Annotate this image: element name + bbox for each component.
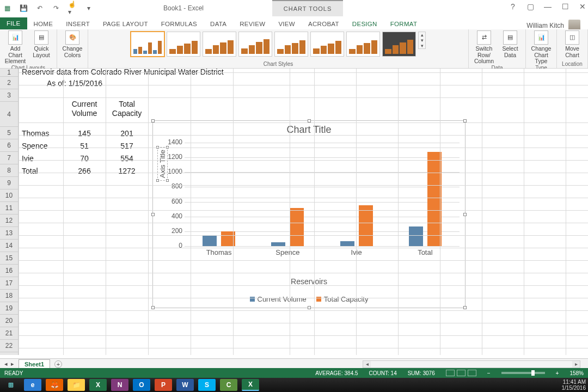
cell-c6[interactable]: 517 bbox=[106, 139, 148, 152]
chart-style-thumb[interactable] bbox=[274, 32, 308, 57]
row-header[interactable]: 5 bbox=[0, 127, 18, 139]
chart-bar[interactable] bbox=[340, 241, 354, 247]
cell-c7[interactable]: 554 bbox=[106, 152, 148, 164]
taskbar-powerpoint-icon[interactable]: P bbox=[155, 379, 172, 391]
taskbar-outlook-icon[interactable]: O bbox=[133, 379, 150, 391]
move-chart-button[interactable]: ◫Move Chart bbox=[560, 30, 584, 58]
sheet-prev-icon[interactable]: ◂ bbox=[4, 360, 8, 367]
scrollbar-track[interactable] bbox=[371, 361, 572, 367]
scroll-left-icon[interactable]: ◂ bbox=[363, 361, 371, 367]
cell-b4-header[interactable]: Current Volume bbox=[63, 98, 106, 123]
taskbar-excel-icon[interactable]: X bbox=[89, 379, 107, 391]
chart-style-thumb[interactable] bbox=[167, 32, 200, 57]
cell-a5[interactable]: Thomas bbox=[20, 127, 63, 139]
tab-page-layout[interactable]: PAGE LAYOUT bbox=[96, 19, 155, 29]
system-tray[interactable]: 11:41 AM 1/15/2016 bbox=[562, 379, 586, 391]
row-header[interactable]: 19 bbox=[0, 302, 18, 315]
close-icon[interactable]: ✕ bbox=[578, 2, 587, 11]
tab-file[interactable]: FILE bbox=[0, 17, 27, 29]
row-header[interactable]: 15 bbox=[0, 252, 18, 265]
switch-row-column-button[interactable]: ⇄Switch Row/ Column bbox=[472, 30, 496, 65]
cell-a2[interactable]: As of: 1/15/2016 bbox=[19, 77, 105, 89]
minimize-icon[interactable]: — bbox=[543, 2, 552, 11]
row-header[interactable]: 23 bbox=[0, 352, 18, 355]
tab-acrobat[interactable]: ACROBAT bbox=[302, 19, 346, 29]
help-icon[interactable]: ? bbox=[509, 2, 517, 11]
redo-icon[interactable]: ↷ bbox=[52, 4, 60, 13]
taskbar-explorer-icon[interactable]: 📁 bbox=[68, 379, 85, 391]
tab-formulas[interactable]: FORMULAS bbox=[155, 19, 204, 29]
chart-bar[interactable] bbox=[290, 208, 304, 246]
y-axis-title[interactable]: Axis Title bbox=[157, 147, 168, 181]
zoom-slider[interactable] bbox=[501, 372, 545, 374]
chart-style-thumb[interactable] bbox=[238, 32, 272, 57]
row-header[interactable]: 16 bbox=[0, 265, 18, 277]
embedded-chart[interactable]: Chart Title Axis Title 02004006008001000… bbox=[152, 120, 465, 308]
maximize-icon[interactable]: ☐ bbox=[561, 2, 569, 11]
row-header[interactable]: 7 bbox=[0, 152, 18, 164]
chart-style-thumb[interactable] bbox=[131, 32, 164, 57]
cell-b5[interactable]: 145 bbox=[63, 127, 106, 139]
row-header[interactable]: 8 bbox=[0, 164, 18, 177]
chart-bar[interactable] bbox=[427, 152, 442, 246]
plot-area[interactable]: 0200400600800100012001400ThomasSpenceIvi… bbox=[185, 143, 460, 246]
tab-design[interactable]: DESIGN bbox=[346, 19, 384, 29]
row-header[interactable]: 3 bbox=[0, 89, 18, 102]
row-header[interactable]: 12 bbox=[0, 215, 18, 227]
legend-entry[interactable]: Current Volume bbox=[250, 295, 307, 303]
ribbon-options-icon[interactable]: ▢ bbox=[526, 2, 535, 11]
row-header[interactable]: 4 bbox=[0, 102, 18, 127]
cell-a7[interactable]: Ivie bbox=[20, 152, 63, 164]
taskbar-camtasia-icon[interactable]: C bbox=[220, 379, 237, 391]
row-header[interactable]: 2 bbox=[0, 77, 18, 89]
row-header[interactable]: 21 bbox=[0, 327, 18, 340]
start-button[interactable]: ⊞ bbox=[2, 379, 20, 391]
chart-bar[interactable] bbox=[359, 205, 373, 246]
row-header[interactable]: 20 bbox=[0, 315, 18, 327]
taskbar-onenote-icon[interactable]: N bbox=[111, 379, 128, 391]
taskbar-word-icon[interactable]: W bbox=[176, 379, 194, 391]
cells-area[interactable]: Reservoir data from Colorado River Munic… bbox=[19, 69, 588, 355]
chart-style-thumb[interactable] bbox=[382, 32, 416, 57]
new-sheet-button[interactable]: + bbox=[54, 360, 62, 368]
zoom-level[interactable]: 158% bbox=[569, 370, 584, 376]
taskbar-excel-running-icon[interactable]: X bbox=[242, 379, 259, 391]
resize-handle[interactable] bbox=[308, 306, 311, 309]
zoom-in-icon[interactable]: + bbox=[556, 370, 559, 376]
row-header[interactable]: 10 bbox=[0, 189, 18, 202]
legend-entry[interactable]: Total Capacity bbox=[316, 295, 369, 303]
cell-c5[interactable]: 201 bbox=[106, 127, 148, 139]
change-chart-type-button[interactable]: 📊Change Chart Type bbox=[529, 30, 553, 65]
chart-bar[interactable] bbox=[203, 235, 217, 246]
save-icon[interactable]: 💾 bbox=[19, 4, 28, 13]
row-header[interactable]: 13 bbox=[0, 227, 18, 240]
resize-handle[interactable] bbox=[463, 306, 467, 309]
chart-style-thumb[interactable] bbox=[203, 32, 236, 57]
row-header[interactable]: 14 bbox=[0, 240, 18, 252]
cell-c4-header[interactable]: Total Capacity bbox=[106, 98, 148, 123]
add-chart-element-button[interactable]: 📊Add Chart Element bbox=[3, 30, 27, 65]
row-header[interactable]: 11 bbox=[0, 202, 18, 215]
chart-style-thumb[interactable] bbox=[346, 32, 380, 57]
tab-home[interactable]: HOME bbox=[27, 19, 60, 29]
cell-b7[interactable]: 70 bbox=[63, 152, 106, 164]
tab-insert[interactable]: INSERT bbox=[59, 19, 96, 29]
tab-format[interactable]: FORMAT bbox=[384, 19, 424, 29]
row-header[interactable]: 18 bbox=[0, 290, 18, 302]
taskbar-skype-icon[interactable]: S bbox=[198, 379, 216, 391]
cell-a8[interactable]: Total bbox=[20, 164, 63, 177]
row-header[interactable]: 6 bbox=[0, 139, 18, 152]
spreadsheet-grid[interactable]: 1234567891011121314151617181920212223 Re… bbox=[0, 69, 588, 355]
tab-view[interactable]: VIEW bbox=[272, 19, 302, 29]
horizontal-scrollbar[interactable]: ◂ ▸ bbox=[363, 360, 580, 368]
cell-b6[interactable]: 51 bbox=[63, 139, 106, 152]
row-header[interactable]: 22 bbox=[0, 340, 18, 352]
chart-legend[interactable]: Current Volume Total Capacity bbox=[153, 295, 465, 303]
zoom-out-icon[interactable]: − bbox=[487, 370, 491, 376]
cell-a6[interactable]: Spence bbox=[20, 139, 63, 152]
tab-review[interactable]: REVIEW bbox=[233, 19, 272, 29]
resize-handle[interactable] bbox=[151, 213, 155, 216]
user-name[interactable]: William Kitch bbox=[526, 22, 564, 29]
gallery-more-button[interactable]: ▴▾▾ bbox=[418, 32, 426, 49]
row-header[interactable]: 1 bbox=[0, 69, 18, 77]
